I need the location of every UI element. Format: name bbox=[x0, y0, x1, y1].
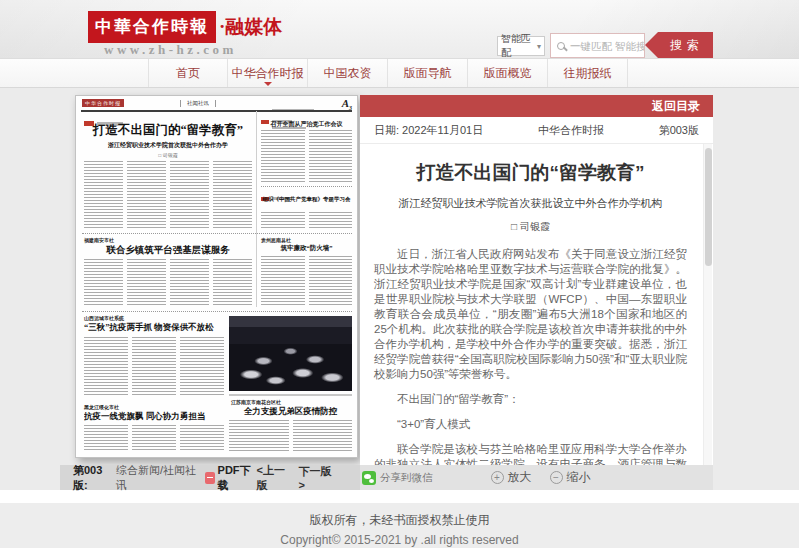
wechat-icon bbox=[362, 471, 376, 485]
np-section-tab: 社闻社讯 bbox=[180, 100, 216, 107]
np-right-b-body bbox=[261, 212, 352, 228]
np-lead-body bbox=[84, 161, 252, 229]
np-photo-caption bbox=[229, 394, 352, 396]
page: 中華合作時報 ·融媒体 www.zh-hz.com 智能匹配 ▾ 搜索 首页 中… bbox=[0, 0, 799, 548]
page-footer: 版权所有，未经书面授权禁止使用 Copyright© 2015-2021 by … bbox=[0, 503, 799, 548]
minus-icon bbox=[550, 471, 563, 484]
issue-date: 日期: 2022年11月01日 bbox=[374, 123, 483, 138]
np-nameplate: 中华合作时报 bbox=[82, 99, 124, 107]
site-url: www.zh-hz.com bbox=[104, 42, 237, 58]
logo-suffix: ·融媒体 bbox=[219, 14, 282, 40]
toolbar-page-label: 第003版: bbox=[73, 463, 112, 493]
scrollbar-thumb[interactable] bbox=[705, 148, 712, 266]
np-lead-headline: 打造不出国门的“留学教育” bbox=[84, 122, 252, 139]
np-b1-headline: “三秋”抗疫两手抓 物资保供不放松 bbox=[84, 322, 232, 334]
page-number: 第003版 bbox=[659, 123, 699, 138]
scrollbar[interactable] bbox=[703, 144, 712, 465]
pdf-icon bbox=[205, 472, 215, 484]
article-paragraph: 联合学院是该校与芬兰哈格哈里亚应用科学大学合作举办的非独立法人实体性二级学院，设… bbox=[374, 442, 687, 465]
zoom-out-button[interactable]: 缩小 bbox=[550, 469, 591, 486]
article-paragraph: “3+0”育人模式 bbox=[374, 417, 687, 432]
newspaper-thumbnail[interactable]: 中华合作时报 社闻社讯 A3 打造不出国门的“留学教育” 浙江经贸职业技术学院首… bbox=[75, 95, 358, 458]
np-divider bbox=[82, 233, 352, 234]
nav-item-page-overview[interactable]: 版面概览 bbox=[468, 59, 548, 87]
nav-row: 首页 中华合作时报 中国农资 版面导航 版面概览 往期报纸 bbox=[148, 59, 628, 87]
pdf-download-button[interactable]: PDF下载 bbox=[218, 463, 257, 493]
article-title: 打造不出国门的“留学教育” bbox=[374, 160, 687, 186]
np-b3-headline: 全力支援兄弟区疫情防控 bbox=[229, 406, 352, 418]
np-right-c-headline: 筑牢廉政“防火墙” bbox=[261, 244, 352, 253]
copyright-cn: 版权所有，未经书面授权禁止使用 bbox=[0, 512, 799, 529]
np-divider bbox=[261, 186, 352, 187]
np-lead-subhead: 浙江经贸职业技术学院首次获批中外合作办学 bbox=[84, 141, 252, 150]
np-b1-body bbox=[84, 337, 224, 397]
nav-item-home[interactable]: 首页 bbox=[148, 59, 228, 87]
toolbar-right: 分享到微信 放大 缩小 bbox=[360, 465, 713, 490]
article-subtitle: 浙江经贸职业技术学院首次获批设立中外合作办学机构 bbox=[374, 196, 687, 211]
chevron-down-icon: ▾ bbox=[537, 42, 541, 51]
np-b2-body bbox=[84, 425, 224, 452]
logo-nameplate: 中華合作時報 bbox=[88, 11, 216, 43]
reader-meta-row: 日期: 2022年11月01日 中华合作时报 第003版 bbox=[360, 117, 713, 144]
site-header: 中華合作時報 ·融媒体 www.zh-hz.com 智能匹配 ▾ 搜索 bbox=[0, 0, 799, 59]
nav-item-zhonghua-hezuo-shibao[interactable]: 中华合作时报 bbox=[228, 59, 308, 87]
reader-topbar: 返回目录 bbox=[360, 95, 713, 117]
plus-icon bbox=[491, 471, 504, 484]
zoom-in-button[interactable]: 放大 bbox=[491, 469, 532, 486]
share-label: 分享到微信 bbox=[380, 471, 433, 485]
search-mode-select[interactable]: 智能匹配 ▾ bbox=[497, 36, 545, 56]
next-page-button[interactable]: 下一版 > bbox=[298, 464, 336, 491]
np-b3-body bbox=[229, 420, 352, 452]
back-to-toc-button[interactable]: 返回目录 bbox=[639, 95, 713, 117]
main-nav: 首页 中华合作时报 中国农资 版面导航 版面概览 往期报纸 bbox=[0, 59, 799, 88]
np-right-a-headline: 召开全面从严治党工作会议 bbox=[261, 120, 352, 129]
site-logo[interactable]: 中華合作時報 ·融媒体 bbox=[88, 11, 282, 43]
toolbar-left: 第003版: 综合新闻/社闻社讯 PDF下载 <上一版 下一版 > bbox=[60, 465, 360, 490]
search-input[interactable] bbox=[570, 40, 644, 52]
article-byline: □ 司银霞 bbox=[374, 220, 687, 234]
np-right-a-body bbox=[261, 130, 352, 182]
np-right-c-source: 贵州思南县社 bbox=[261, 237, 291, 243]
np-news-photo bbox=[229, 316, 352, 391]
np-masthead-rule bbox=[81, 110, 352, 112]
np-mid-body bbox=[84, 259, 252, 305]
share-wechat-button[interactable]: 分享到微信 bbox=[362, 471, 433, 485]
np-b2-headline: 抗疫一线党旗飘 同心协力勇担当 bbox=[84, 411, 232, 423]
np-right-c-body bbox=[261, 256, 352, 306]
search-box bbox=[550, 33, 645, 58]
np-mid-source: 福建南安市社 bbox=[84, 237, 114, 243]
article-paragraph: 近日，浙江省人民政府网站发布《关于同意设立浙江经贸职业技术学院哈格哈里亚数字技术… bbox=[374, 247, 687, 382]
nav-item-past-issues[interactable]: 往期报纸 bbox=[548, 59, 628, 87]
article-reader-panel: 返回目录 日期: 2022年11月01日 中华合作时报 第003版 打造不出国门… bbox=[360, 95, 713, 465]
search-button[interactable]: 搜索 bbox=[645, 32, 713, 58]
copyright-en: Copyright© 2015-2021 by .all rights rese… bbox=[0, 533, 799, 547]
nav-item-page-navigation[interactable]: 版面导航 bbox=[388, 59, 468, 87]
np-column-rule bbox=[256, 111, 257, 307]
search-icon bbox=[557, 42, 565, 50]
np-divider bbox=[82, 311, 352, 312]
np-lead-byline: □ 司银霞 bbox=[84, 152, 252, 158]
zoom-out-label: 缩小 bbox=[567, 469, 591, 486]
np-b1-source: 山西运城市社系统 bbox=[84, 315, 124, 321]
np-right-b-headline: 组织《中国共产党章程》专题学习会 bbox=[261, 196, 352, 203]
toolbar-section-label: 综合新闻/社闻社讯 bbox=[116, 463, 197, 493]
paper-name: 中华合作时报 bbox=[538, 123, 604, 138]
zoom-in-label: 放大 bbox=[508, 469, 532, 486]
prev-page-button[interactable]: <上一版 bbox=[257, 463, 292, 493]
article-body: 打造不出国门的“留学教育” 浙江经贸职业技术学院首次获批设立中外合作办学机构 □… bbox=[360, 144, 713, 465]
nav-item-zhongguo-nongzi[interactable]: 中国农资 bbox=[308, 59, 388, 87]
search-mode-value: 智能匹配 bbox=[501, 32, 537, 60]
np-mid-headline: 联合乡镇筑平台强基层谋服务 bbox=[84, 244, 252, 257]
np-b2-source: 黑龙江绥化市社 bbox=[84, 404, 119, 410]
article-paragraph: 不出国门的“留学教育”： bbox=[374, 392, 687, 407]
np-b3-source: 江苏南京市雨花台区社 bbox=[231, 399, 281, 405]
